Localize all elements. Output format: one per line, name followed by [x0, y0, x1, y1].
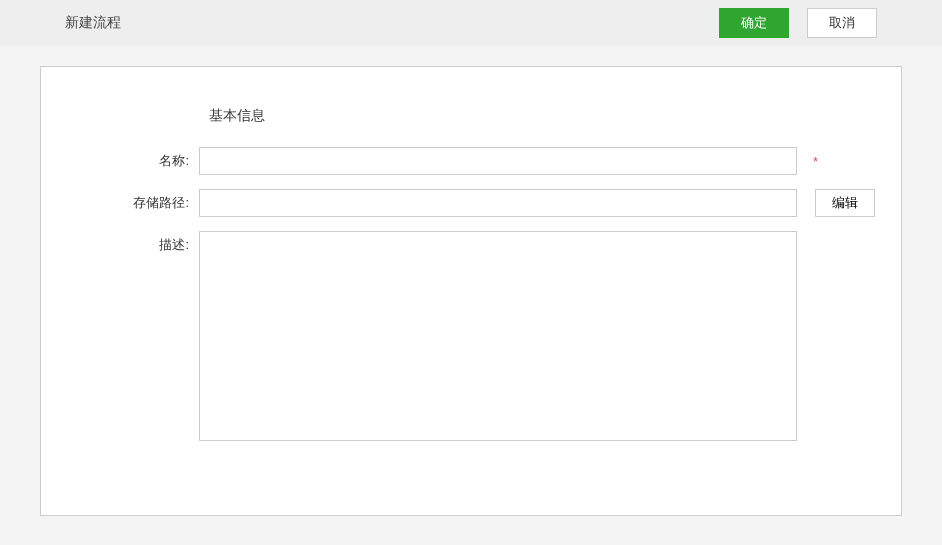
- name-label: 名称:: [81, 147, 199, 170]
- content-wrapper: 基本信息 名称: * 存储路径: 编辑 描述:: [0, 46, 942, 536]
- form-panel: 基本信息 名称: * 存储路径: 编辑 描述:: [40, 66, 902, 516]
- storage-path-control-wrap: 编辑: [199, 189, 875, 217]
- page-title: 新建流程: [65, 14, 121, 32]
- description-textarea[interactable]: [199, 231, 797, 441]
- description-label: 描述:: [81, 231, 199, 254]
- description-control-wrap: [199, 231, 841, 441]
- form-row-storage-path: 存储路径: 编辑: [81, 189, 841, 217]
- storage-path-input[interactable]: [199, 189, 797, 217]
- name-input[interactable]: [199, 147, 797, 175]
- form-row-description: 描述:: [81, 231, 841, 441]
- cancel-button[interactable]: 取消: [807, 8, 877, 38]
- edit-button[interactable]: 编辑: [815, 189, 875, 217]
- header-actions: 确定 取消: [719, 8, 877, 38]
- confirm-button[interactable]: 确定: [719, 8, 789, 38]
- form-row-name: 名称: *: [81, 147, 841, 175]
- header-bar: 新建流程 确定 取消: [0, 0, 942, 46]
- section-title: 基本信息: [209, 107, 841, 125]
- required-mark: *: [813, 154, 818, 169]
- storage-path-label: 存储路径:: [81, 189, 199, 212]
- name-control-wrap: *: [199, 147, 841, 175]
